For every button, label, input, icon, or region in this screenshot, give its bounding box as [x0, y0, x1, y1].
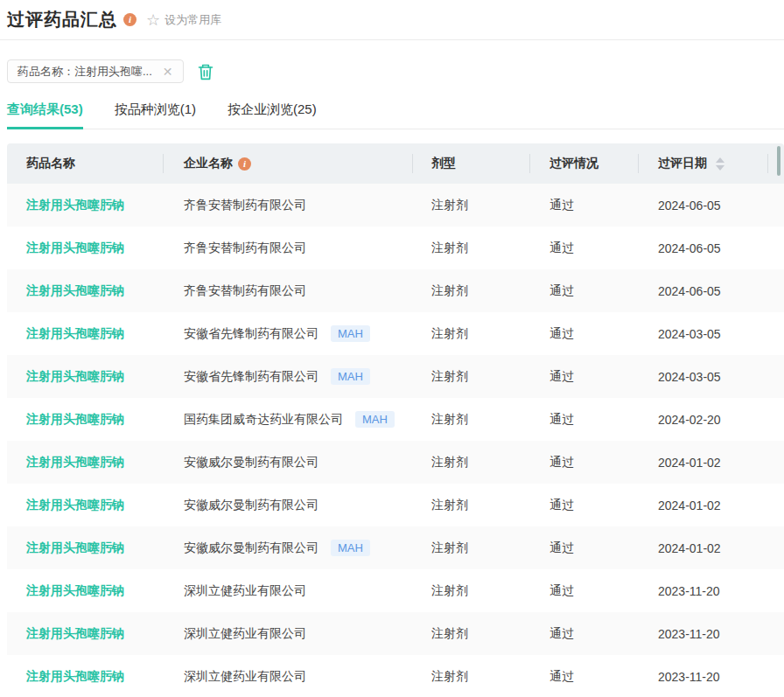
date-cell: 2024-06-05 [638, 284, 767, 298]
status-cell: 通过 [529, 369, 638, 385]
title-bar: 过评药品汇总 i ☆ 设为常用库 [0, 0, 784, 40]
info-icon[interactable]: i [123, 13, 136, 26]
drug-name-link[interactable]: 注射用头孢噻肟钠 [26, 540, 124, 554]
table-row: 注射用头孢噻肟钠 安徽威尔曼制药有限公司 MAH 注射剂 通过 2024-01-… [7, 526, 784, 569]
date-cell: 2024-01-02 [638, 456, 767, 470]
company-name: 深圳立健药业有限公司 [184, 583, 306, 597]
mah-badge: MAH [355, 411, 395, 428]
tab-bar: 查询结果(53) 按品种浏览(1) 按企业浏览(25) [7, 101, 784, 129]
company-name: 齐鲁安替制药有限公司 [184, 240, 306, 254]
table-row: 注射用头孢噻肟钠 深圳立健药业有限公司 MAH 注射剂 通过 2023-11-2… [7, 569, 784, 612]
info-icon[interactable]: i [238, 157, 251, 171]
close-icon[interactable]: ✕ [163, 65, 173, 79]
table-row: 注射用头孢噻肟钠 深圳立健药业有限公司 MAH 注射剂 通过 2023-11-2… [7, 612, 784, 655]
company-name: 安徽威尔曼制药有限公司 [184, 455, 318, 469]
date-cell: 2024-03-05 [638, 370, 767, 384]
drug-name-link[interactable]: 注射用头孢噻肟钠 [26, 626, 124, 640]
results-table: 药品名称 企业名称 i 剂型 过评情况 过评日期 注射用头孢噻肟钠 齐鲁安替制 [7, 143, 784, 697]
filter-bar: 药品名称：注射用头孢噻... ✕ [7, 59, 784, 83]
column-header-dosage-form: 剂型 [412, 143, 529, 184]
sort-icon[interactable] [716, 157, 724, 171]
drug-name-link[interactable]: 注射用头孢噻肟钠 [26, 326, 124, 340]
dosage-form-cell: 注射剂 [412, 498, 529, 513]
date-cell: 2024-01-02 [638, 498, 767, 512]
dosage-form-cell: 注射剂 [412, 583, 529, 599]
table-row: 注射用头孢噻肟钠 深圳立健药业有限公司 MAH 注射剂 通过 2023-11-2… [7, 655, 784, 697]
status-cell: 通过 [529, 498, 638, 513]
star-icon[interactable]: ☆ [146, 12, 160, 28]
column-header-status: 过评情况 [529, 143, 638, 184]
set-favorite-label[interactable]: 设为常用库 [164, 12, 221, 28]
status-cell: 通过 [529, 283, 638, 299]
dosage-form-cell: 注射剂 [412, 669, 529, 685]
tab-label: 查询结果(53) [7, 101, 83, 116]
status-cell: 通过 [529, 412, 638, 428]
date-cell: 2024-01-02 [638, 541, 767, 555]
table-row: 注射用头孢噻肟钠 齐鲁安替制药有限公司 MAH 注射剂 通过 2024-06-0… [7, 184, 784, 227]
table-row: 注射用头孢噻肟钠 齐鲁安替制药有限公司 MAH 注射剂 通过 2024-06-0… [7, 269, 784, 312]
company-name: 安徽省先锋制药有限公司 [184, 369, 318, 383]
date-cell: 2023-11-20 [638, 670, 767, 684]
date-cell: 2023-11-20 [638, 627, 767, 641]
status-cell: 通过 [529, 198, 638, 213]
drug-name-link[interactable]: 注射用头孢噻肟钠 [26, 583, 124, 597]
company-name: 安徽省先锋制药有限公司 [184, 326, 318, 340]
table-header-row: 药品名称 企业名称 i 剂型 过评情况 过评日期 [7, 143, 784, 184]
dosage-form-cell: 注射剂 [412, 283, 529, 299]
page-title: 过评药品汇总 [7, 8, 117, 31]
table-row: 注射用头孢噻肟钠 安徽威尔曼制药有限公司 MAH 注射剂 通过 2024-01-… [7, 484, 784, 526]
dosage-form-cell: 注射剂 [412, 455, 529, 470]
dosage-form-cell: 注射剂 [412, 240, 529, 256]
company-name: 深圳立健药业有限公司 [184, 626, 306, 640]
company-name: 深圳立健药业有限公司 [184, 669, 306, 683]
date-cell: 2024-02-20 [638, 413, 767, 427]
company-name: 安徽威尔曼制药有限公司 [184, 498, 318, 512]
table-row: 注射用头孢噻肟钠 安徽省先锋制药有限公司 MAH 注射剂 通过 2024-03-… [7, 355, 784, 398]
dosage-form-cell: 注射剂 [412, 326, 529, 342]
status-cell: 通过 [529, 669, 638, 685]
status-cell: 通过 [529, 240, 638, 256]
status-cell: 通过 [529, 540, 638, 556]
dosage-form-cell: 注射剂 [412, 540, 529, 556]
column-header-drug-name: 药品名称 [7, 143, 163, 184]
drug-name-link[interactable]: 注射用头孢噻肟钠 [26, 412, 124, 426]
vertical-scrollbar-thumb[interactable] [777, 146, 780, 176]
drug-name-link[interactable]: 注射用头孢噻肟钠 [26, 198, 124, 212]
table-body: 注射用头孢噻肟钠 齐鲁安替制药有限公司 MAH 注射剂 通过 2024-06-0… [7, 184, 784, 697]
dosage-form-cell: 注射剂 [412, 198, 529, 213]
drug-name-link[interactable]: 注射用头孢噻肟钠 [26, 283, 124, 297]
tab-item[interactable]: 按企业浏览(25) [228, 101, 317, 129]
table-row: 注射用头孢噻肟钠 安徽威尔曼制药有限公司 MAH 注射剂 通过 2024-01-… [7, 441, 784, 484]
status-cell: 通过 [529, 583, 638, 599]
mah-badge: MAH [331, 368, 370, 385]
status-cell: 通过 [529, 326, 638, 342]
mah-badge: MAH [331, 325, 370, 342]
filter-chip[interactable]: 药品名称：注射用头孢噻... ✕ [7, 59, 184, 83]
company-name: 安徽威尔曼制药有限公司 [184, 540, 318, 554]
column-header-company: 企业名称 i [163, 143, 412, 184]
table-row: 注射用头孢噻肟钠 安徽省先锋制药有限公司 MAH 注射剂 通过 2024-03-… [7, 312, 784, 355]
drug-name-link[interactable]: 注射用头孢噻肟钠 [26, 455, 124, 469]
tab-item[interactable]: 按品种浏览(1) [115, 101, 196, 129]
column-header-date: 过评日期 [638, 143, 767, 184]
company-name: 国药集团威奇达药业有限公司 [184, 412, 343, 426]
trash-icon [197, 63, 214, 80]
table-row: 注射用头孢噻肟钠 国药集团威奇达药业有限公司 MAH 注射剂 通过 2024-0… [7, 398, 784, 441]
status-cell: 通过 [529, 455, 638, 470]
drug-name-link[interactable]: 注射用头孢噻肟钠 [26, 240, 124, 254]
filter-chip-label: 药品名称：注射用头孢噻... [18, 64, 152, 80]
dosage-form-cell: 注射剂 [412, 626, 529, 642]
drug-name-link[interactable]: 注射用头孢噻肟钠 [26, 669, 124, 683]
date-cell: 2023-11-20 [638, 584, 767, 598]
tab-label: 按品种浏览(1) [115, 101, 196, 116]
company-name: 齐鲁安替制药有限公司 [184, 283, 306, 297]
clear-filters-button[interactable] [197, 63, 214, 80]
tab-label: 按企业浏览(25) [228, 101, 317, 116]
date-cell: 2024-06-05 [638, 199, 767, 213]
date-cell: 2024-03-05 [638, 327, 767, 341]
drug-name-link[interactable]: 注射用头孢噻肟钠 [26, 369, 124, 383]
drug-name-link[interactable]: 注射用头孢噻肟钠 [26, 498, 124, 512]
table-row: 注射用头孢噻肟钠 齐鲁安替制药有限公司 MAH 注射剂 通过 2024-06-0… [7, 227, 784, 269]
tab-item[interactable]: 查询结果(53) [7, 101, 83, 129]
column-header-overflow [767, 143, 784, 184]
